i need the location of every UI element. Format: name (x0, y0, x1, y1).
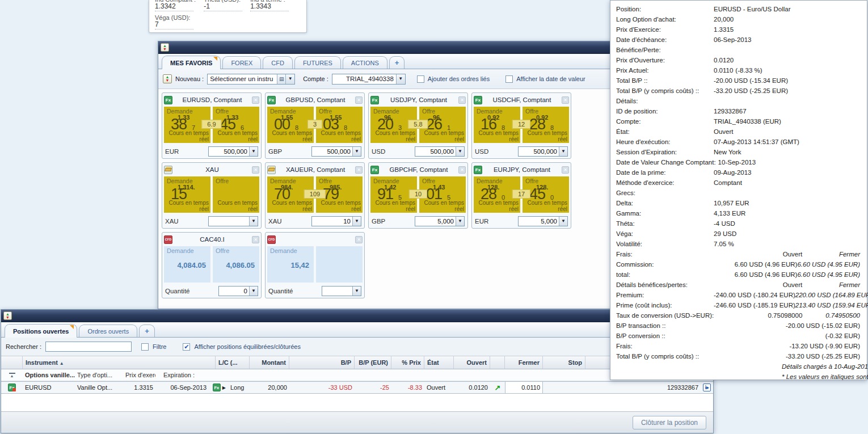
price-tile: XAU ✕ Demande 1,314. 15 Cours en temps r… (162, 162, 262, 229)
header-instrument[interactable]: Instrument▲ (23, 356, 216, 369)
close-icon[interactable]: ✕ (458, 96, 466, 104)
quote-list-icon[interactable]: ▤ (277, 74, 285, 84)
tab-label: Positions ouvertes (13, 328, 69, 335)
window-titlebar[interactable]: ▲▼ (1, 310, 713, 322)
tab[interactable]: FUTURES (294, 56, 341, 69)
account-select[interactable]: TRIAL_4940338 ▼ (332, 74, 406, 85)
header-lc[interactable]: L/C (... (216, 356, 250, 369)
chevron-down-icon[interactable]: ▼ (559, 147, 567, 156)
close-icon[interactable]: ✕ (355, 236, 363, 243)
realtime-overlay: Cours en temps réel (268, 130, 312, 142)
tile-currency-label: EUR (475, 218, 488, 225)
amount-select[interactable]: 500,000 ▼ (518, 146, 568, 157)
tab[interactable]: Ordres ouverts (79, 325, 137, 337)
tile-title: GBPUSD, Comptant (276, 96, 355, 103)
chevron-down-icon[interactable]: ▼ (249, 147, 258, 156)
amount-select[interactable]: 500,000 ▼ (208, 146, 258, 157)
window-titlebar[interactable]: ▲▼ (158, 41, 675, 54)
tab[interactable]: FOREX (222, 56, 261, 69)
cell-instrument: EURUSD (23, 382, 75, 393)
chevron-down-icon[interactable]: ▼ (396, 74, 405, 84)
amount-select[interactable]: ▼ (208, 216, 258, 226)
collapse-group-icon[interactable]: ▲ (9, 373, 15, 378)
chevron-down-icon[interactable]: ▼ (352, 217, 361, 226)
tab[interactable]: + (139, 325, 155, 337)
close-icon[interactable]: ✕ (252, 166, 259, 174)
cell-fermer[interactable]: 0.0110 (505, 382, 543, 393)
amount-select[interactable]: 500,000 ▼ (415, 146, 465, 157)
expand-arrow-icon[interactable]: ▶ (222, 382, 226, 393)
offer-button[interactable]: Offre Cours en temps réel (213, 176, 259, 213)
header-etat[interactable]: État (424, 356, 454, 369)
amount-select[interactable]: 5,000 ▼ (415, 216, 465, 226)
chevron-down-icon[interactable]: ▼ (249, 286, 258, 296)
offer-button[interactable]: Offre 1.55 03 8 Cours en temps réel (316, 107, 363, 143)
offer-button[interactable]: Offre 4,086.05 (213, 246, 259, 283)
header-montant[interactable]: Montant (250, 356, 289, 369)
chevron-down-icon[interactable]: ▼ (249, 217, 258, 226)
value-date-checkbox[interactable] (505, 75, 513, 83)
position-row[interactable]: Fx EURUSD Vanille Opt... 1.3315 06-Sep-2… (1, 381, 713, 394)
instrument-select[interactable]: Sélectionner un instru ▤ ▼ (207, 74, 295, 85)
filter-checkbox[interactable] (141, 343, 149, 351)
detail-value: 07-Aug-2013 14:51:37 (GMT) (714, 138, 799, 145)
instrument-type-icon-text: Fx (372, 167, 377, 172)
tab[interactable]: CFD (263, 56, 293, 69)
positions-footer: Clôturer la position (1, 411, 713, 433)
close-icon[interactable]: ✕ (252, 236, 259, 243)
close-icon[interactable]: ✕ (355, 96, 363, 104)
detail-row: Date de Valeur Change Comptant: Fx ↗ 10-… (616, 157, 860, 167)
tile-currency-label: Quantité (268, 288, 293, 294)
tab-label: Ordres ouverts (87, 328, 129, 335)
spread-badge: 3 (307, 120, 322, 129)
bid-button[interactable]: Demande 4,084.05 (164, 246, 210, 283)
amount-select[interactable]: 0 ▼ (218, 286, 258, 296)
header-fermer[interactable]: Fermer (505, 356, 543, 369)
spread-badge: 6.9 (201, 120, 221, 129)
chevron-down-icon[interactable]: ▼ (456, 217, 464, 226)
detail-label: Théta: (616, 220, 714, 227)
trade-window: ▲▼ MES FAVORIS FOREX CFD FUTURES ACTIONS… (158, 41, 675, 309)
header-bp[interactable]: B/P (289, 356, 355, 369)
bid-button[interactable]: Demande 1,314. 15 Cours en temps réel (164, 176, 210, 213)
detail-close-value: 0.74950500 (802, 312, 860, 319)
chevron-down-icon[interactable]: ▼ (352, 147, 361, 156)
chevron-down-icon[interactable]: ▼ (285, 74, 294, 84)
header-pct-prix[interactable]: % Prix (391, 356, 424, 369)
tab[interactable]: Positions ouvertes (5, 324, 77, 338)
position-info-icon[interactable]: i▸ (703, 384, 711, 391)
bid-button[interactable]: Demande 1.55 00 8 Cours en temps réel (267, 107, 314, 143)
close-icon[interactable]: ✕ (252, 96, 259, 104)
detail-value: -4 USD (714, 220, 735, 227)
cell-stop[interactable] (543, 382, 585, 393)
show-closed-checkbox[interactable]: ✔ (183, 343, 190, 351)
price-tile: CFD ✕ Demande 15,42 (265, 232, 365, 298)
amount-select[interactable]: 5,000 ▼ (518, 216, 568, 226)
amount-select[interactable]: 500,000 ▼ (311, 146, 361, 157)
close-icon[interactable]: ✕ (562, 166, 569, 174)
chevron-down-icon[interactable]: ▼ (456, 147, 464, 156)
tab[interactable]: ACTIONS (343, 56, 387, 69)
positions-group-row[interactable]: ▲ Options vanille... Type d'opti... Prix… (1, 369, 713, 381)
bid-price-value: 15,42 (290, 261, 309, 269)
search-input[interactable] (45, 342, 132, 352)
tab[interactable]: + (389, 56, 405, 69)
header-stop[interactable]: Stop (543, 356, 585, 369)
amount-select[interactable]: 10 ▼ (311, 216, 361, 226)
tile-header: Fx USDCHF, Comptant ✕ (472, 93, 571, 106)
header-bp-eur[interactable]: B/P (EUR) (355, 356, 391, 369)
tab[interactable]: MES FAVORIS (162, 56, 221, 69)
close-position-button[interactable]: Clôturer la position (633, 416, 706, 429)
close-icon[interactable]: ✕ (458, 166, 466, 174)
detail-value: Comptant (714, 179, 742, 186)
chevron-down-icon[interactable]: ▼ (559, 217, 567, 226)
close-icon[interactable]: ✕ (355, 166, 363, 174)
header-ouvert[interactable]: Ouvert (454, 356, 490, 369)
offer-button[interactable] (316, 246, 363, 283)
bid-button[interactable]: Demande 15,42 (267, 246, 314, 283)
close-icon[interactable]: ✕ (562, 96, 569, 104)
amount-select[interactable]: ▼ (322, 286, 361, 296)
chevron-down-icon[interactable]: ▼ (352, 286, 361, 296)
realtime-overlay: Cours en temps réel (420, 200, 464, 212)
linked-orders-checkbox[interactable] (417, 75, 424, 83)
